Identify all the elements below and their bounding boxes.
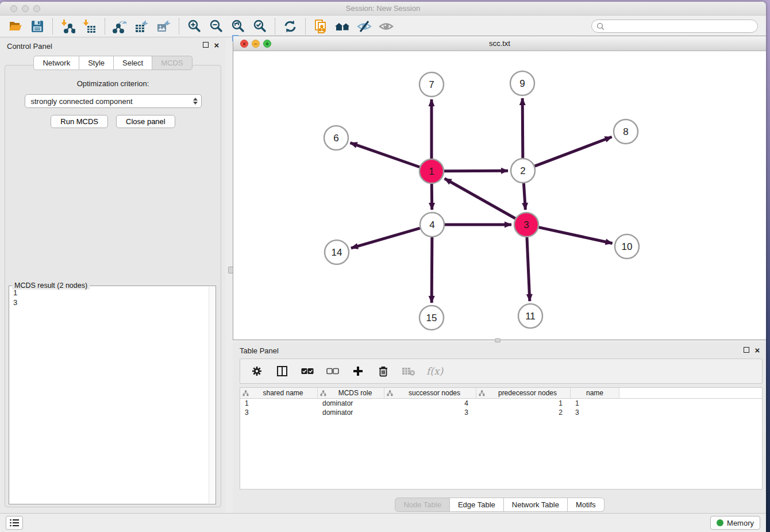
table-cell[interactable]: 3 [571, 408, 619, 417]
tab-mcds[interactable]: MCDS [152, 56, 192, 70]
export-network-button[interactable] [109, 17, 131, 36]
mcds-tab-content: Optimization criterion: strongly connect… [5, 65, 221, 507]
network-view-window: × − + scc.txt 1234678910111415 [233, 36, 766, 340]
run-mcds-button[interactable]: Run MCDS [51, 115, 108, 128]
table-cell[interactable]: 3 [384, 408, 476, 417]
table-cell[interactable]: 1 [476, 399, 571, 408]
hide-selected-button[interactable] [353, 17, 375, 36]
graph-node-9[interactable]: 9 [510, 71, 534, 95]
table-row[interactable]: 1dominator411 [240, 399, 762, 408]
graph-edge-2-3[interactable] [523, 183, 525, 210]
graph-node-8[interactable]: 8 [614, 119, 638, 144]
network-canvas[interactable]: 1234678910111415 [233, 51, 766, 340]
horizontal-splitter-handle[interactable] [495, 338, 500, 342]
table-panel-title: Table Panel [240, 346, 279, 355]
open-session-button[interactable] [5, 17, 26, 36]
table-cell[interactable]: 3 [240, 408, 318, 417]
tab-network[interactable]: Network [33, 56, 79, 70]
column-header-shared-name[interactable]: shared name [240, 388, 318, 398]
search-box[interactable] [591, 20, 758, 33]
graph-edge-4-15[interactable] [432, 237, 432, 303]
table-cell[interactable]: dominator [318, 408, 384, 417]
export-image-button[interactable] [153, 17, 175, 36]
mcds-result-group: MCDS result (2 nodes) 1 3 [9, 286, 216, 504]
graph-edge-3-10[interactable] [538, 228, 612, 244]
table-cell[interactable]: 1 [571, 399, 619, 408]
column-settings-button[interactable] [249, 364, 264, 379]
table-cell[interactable]: 1 [240, 399, 318, 408]
search-input[interactable] [607, 22, 753, 30]
control-panel-tabs: Network Style Select MCDS [0, 56, 226, 70]
graph-node-10[interactable]: 10 [615, 234, 639, 259]
column-header-successor-nodes[interactable]: successor nodes [384, 388, 476, 398]
checked-boxes-icon [301, 367, 314, 375]
column-header-name[interactable]: name [571, 388, 619, 398]
zoom-fit-button[interactable] [227, 17, 249, 36]
optimization-criterion-value: strongly connected component [31, 97, 193, 106]
graph-node-11[interactable]: 11 [518, 304, 542, 328]
network-window-titlebar[interactable]: × − + scc.txt [233, 36, 766, 51]
first-neighbors-button[interactable] [332, 17, 353, 36]
result-scrollbar[interactable] [209, 287, 215, 503]
table-float-panel-icon[interactable] [744, 347, 749, 353]
close-panel-icon[interactable]: × [213, 42, 220, 49]
tab-node-table[interactable]: Node Table [395, 498, 450, 512]
export-table-button[interactable] [131, 17, 153, 36]
optimization-criterion-select[interactable]: strongly connected component [25, 94, 202, 108]
apply-layout-button[interactable] [279, 17, 301, 36]
graph-edge-3-1[interactable] [445, 179, 515, 218]
memory-label: Memory [727, 519, 754, 527]
delete-table-button[interactable] [401, 364, 416, 379]
select-all-rows-button[interactable] [300, 364, 315, 379]
graph-node-14[interactable]: 14 [325, 240, 349, 264]
houses-icon [334, 19, 351, 34]
graph-node-15[interactable]: 15 [419, 306, 444, 330]
table-close-panel-icon[interactable]: × [754, 347, 761, 354]
graph-node-7[interactable]: 7 [419, 72, 444, 97]
tab-select[interactable]: Select [114, 56, 152, 70]
refresh-icon [283, 19, 298, 34]
table-row[interactable]: 3dominator323 [240, 408, 762, 417]
tab-edge-table[interactable]: Edge Table [450, 498, 504, 512]
deselect-all-rows-button[interactable] [325, 364, 340, 379]
zoom-selected-button[interactable] [249, 17, 271, 36]
optimization-criterion-label: Optimization criterion: [5, 79, 221, 88]
window-title: Session: New Session [0, 4, 766, 13]
show-all-button[interactable] [375, 17, 397, 36]
import-table-button[interactable] [79, 17, 101, 36]
mcds-result-text[interactable]: 1 3 [13, 288, 208, 503]
tab-motifs[interactable]: Motifs [568, 498, 605, 512]
column-header-MCDS-role[interactable]: MCDS role [318, 388, 384, 398]
graph-node-1[interactable]: 1 [419, 159, 444, 183]
close-panel-button[interactable]: Close panel [116, 115, 175, 128]
graph-edge-1-2[interactable] [444, 171, 508, 171]
memory-button[interactable]: Memory [710, 516, 760, 530]
task-history-button[interactable] [6, 516, 23, 530]
table-cell[interactable]: 2 [476, 408, 571, 417]
save-session-button[interactable] [26, 17, 48, 36]
add-column-button[interactable] [351, 364, 365, 379]
zoom-out-button[interactable] [205, 17, 227, 36]
graph-edge-3-11[interactable] [527, 237, 530, 301]
delete-columns-button[interactable] [376, 364, 391, 379]
import-network-button[interactable] [57, 17, 79, 36]
table-cell[interactable]: dominator [318, 399, 384, 408]
split-panel-button[interactable] [275, 364, 290, 379]
graph-edge-1-6[interactable] [351, 143, 420, 167]
graph-edge-2-8[interactable] [535, 137, 612, 166]
function-builder-button[interactable]: f(x) [426, 364, 443, 379]
graph-node-4[interactable]: 4 [420, 213, 444, 237]
graph-edge-2-9[interactable] [522, 98, 523, 158]
graph-node-2[interactable]: 2 [511, 159, 535, 183]
clone-network-button[interactable] [310, 17, 332, 36]
graph-edge-4-14[interactable] [351, 228, 420, 248]
column-header-predecessor-nodes[interactable]: predecessor nodes [476, 388, 571, 398]
tab-style[interactable]: Style [79, 56, 114, 70]
delete-table-icon [402, 367, 415, 376]
table-cell[interactable]: 4 [384, 399, 476, 408]
tab-network-table[interactable]: Network Table [504, 498, 568, 512]
graph-node-6[interactable]: 6 [324, 126, 348, 150]
float-panel-icon[interactable] [203, 42, 209, 48]
zoom-in-button[interactable] [183, 17, 205, 36]
graph-node-3[interactable]: 3 [514, 213, 538, 237]
